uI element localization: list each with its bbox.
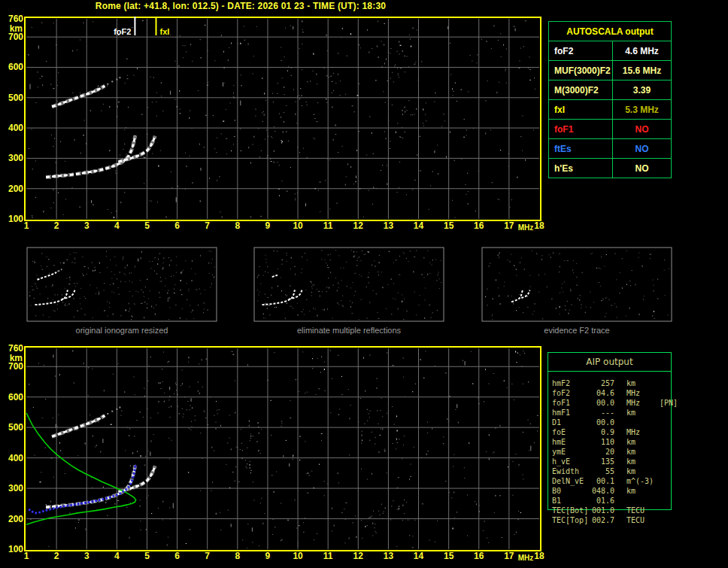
autoscala-row-label-foF1: foF1 xyxy=(549,119,612,138)
svg-text:14: 14 xyxy=(414,551,424,561)
svg-text:400: 400 xyxy=(8,123,23,133)
svg-text:18: 18 xyxy=(534,220,544,231)
svg-text:15: 15 xyxy=(444,551,454,561)
aip-row-h_vE: h_vE135km xyxy=(548,457,705,466)
svg-text:6: 6 xyxy=(174,551,180,561)
svg-text:7: 7 xyxy=(205,220,210,231)
svg-text:200: 200 xyxy=(8,184,23,194)
svg-text:4: 4 xyxy=(114,551,120,561)
svg-text:MHz: MHz xyxy=(518,223,534,232)
svg-text:500: 500 xyxy=(8,422,23,433)
svg-text:17: 17 xyxy=(504,551,514,561)
svg-text:4: 4 xyxy=(114,220,120,231)
aip-row-TEC[Top]: TEC[Top]002.7TECU xyxy=(548,515,705,525)
svg-text:10: 10 xyxy=(293,551,303,561)
aip-row-B0: B0048.0km xyxy=(548,486,705,496)
thumbnail-panel-2 xyxy=(254,248,444,321)
aip-row-foF2: foF204.6MHz xyxy=(548,388,705,398)
svg-text:300: 300 xyxy=(8,483,23,494)
svg-text:11: 11 xyxy=(323,551,333,561)
svg-text:18: 18 xyxy=(534,551,544,561)
aip-row-D1: D100.0 xyxy=(548,418,705,427)
thumbnail-panel-3 xyxy=(482,248,672,321)
autoscala-row-value-h'Es: NO xyxy=(612,158,671,178)
svg-text:16: 16 xyxy=(474,551,484,561)
svg-text:200: 200 xyxy=(8,514,23,524)
svg-text:300: 300 xyxy=(8,153,23,163)
svg-text:9: 9 xyxy=(265,220,271,231)
svg-text:760: 760 xyxy=(8,343,23,354)
svg-text:6: 6 xyxy=(174,220,180,231)
autoscala-row-value-ftEs: NO xyxy=(612,138,671,158)
aip-row-Ewidth: Ewidth55km xyxy=(548,466,705,476)
thumbnail-panel-1 xyxy=(27,248,217,321)
aip-row-foE: foE0.9MHz xyxy=(548,427,705,437)
svg-text:13: 13 xyxy=(384,220,394,231)
aip-row-hmF2: hmF2257km xyxy=(548,378,705,388)
svg-text:8: 8 xyxy=(235,551,240,561)
autoscala-output-table: AUTOSCALA output foF24.6 MHzMUF(3000)F21… xyxy=(548,21,672,178)
svg-text:14: 14 xyxy=(414,220,424,231)
svg-text:2: 2 xyxy=(54,220,59,231)
aip-row-DelN_vE: DelN_vE00.1m^(-3) xyxy=(548,476,705,486)
svg-text:100: 100 xyxy=(8,214,23,224)
svg-text:500: 500 xyxy=(8,93,23,103)
svg-text:3: 3 xyxy=(84,220,89,231)
autoscala-row-label-h'Es: h'Es xyxy=(549,158,612,178)
svg-text:11: 11 xyxy=(323,220,333,231)
aip-row-TEC[Bot]: TEC[Bot]001.0TECU xyxy=(548,506,705,515)
svg-text:600: 600 xyxy=(8,392,23,402)
svg-text:km: km xyxy=(10,23,23,34)
autoscala-row-label-ftEs: ftEs xyxy=(549,138,612,158)
autoscala-row-value-foF2: 4.6 MHz xyxy=(612,41,671,60)
autoscala-row-value-fxI: 5.3 MHz xyxy=(612,99,671,119)
aip-panel-header: AIP output xyxy=(548,353,671,372)
svg-text:km: km xyxy=(10,353,23,363)
svg-text:12: 12 xyxy=(353,551,364,561)
svg-text:16: 16 xyxy=(474,220,484,231)
svg-text:1: 1 xyxy=(24,551,29,561)
svg-text:13: 13 xyxy=(384,551,394,561)
svg-text:5: 5 xyxy=(144,220,150,231)
svg-text:8: 8 xyxy=(235,220,240,231)
autoscala-row-label-M(3000)F2: M(3000)F2 xyxy=(549,80,612,99)
svg-text:1: 1 xyxy=(24,220,29,231)
thumbnail-caption-original: original ionogram resized xyxy=(27,326,217,335)
svg-text:15: 15 xyxy=(444,220,454,231)
svg-text:10: 10 xyxy=(293,220,303,231)
bottom-profile-plot: 760700600500400300200100km12345678910111… xyxy=(8,343,544,562)
svg-text:9: 9 xyxy=(265,551,271,561)
autoscala-table-header: AUTOSCALA output xyxy=(549,22,671,41)
autoscala-row-value-MUF(3000)F2: 15.6 MHz xyxy=(612,60,671,80)
autoscala-row-value-foF1: NO xyxy=(612,119,671,138)
aip-rows: hmF2257kmfoF204.6MHzfoF100.0MHz[PN]hmF1-… xyxy=(548,378,705,525)
top-ionogram-plot: foF2fxI760700600500400300200100km1234567… xyxy=(8,14,544,232)
marker-label-fxI: fxI xyxy=(160,27,170,36)
svg-text:5: 5 xyxy=(144,551,150,561)
thumbnail-caption-evidence: evidence F2 trace xyxy=(482,326,672,335)
svg-text:3: 3 xyxy=(84,551,89,561)
svg-text:400: 400 xyxy=(8,453,23,463)
aip-row-hmF1: hmF1---km xyxy=(548,408,705,418)
svg-text:MHz: MHz xyxy=(518,554,534,562)
svg-text:760: 760 xyxy=(8,14,23,24)
aip-row-ymE: ymE20km xyxy=(548,447,705,457)
svg-text:100: 100 xyxy=(8,544,23,554)
autoscala-row-label-fxI: fxI xyxy=(549,99,612,119)
aip-row-foF1: foF100.0MHz[PN] xyxy=(548,398,705,408)
svg-text:17: 17 xyxy=(504,220,514,231)
aip-row-B1: B101.6 xyxy=(548,496,705,506)
autoscala-row-value-M(3000)F2: 3.39 xyxy=(612,80,671,99)
marker-label-foF2: foF2 xyxy=(114,27,131,36)
aip-row-hmE: hmE110km xyxy=(548,437,705,447)
svg-text:12: 12 xyxy=(353,220,364,231)
autoscala-row-label-foF2: foF2 xyxy=(549,41,612,60)
svg-text:2: 2 xyxy=(54,551,59,561)
thumbnail-caption-eliminate: eliminate multiple reflections xyxy=(254,326,444,335)
autoscala-row-label-MUF(3000)F2: MUF(3000)F2 xyxy=(549,60,612,80)
svg-text:600: 600 xyxy=(8,62,23,72)
svg-text:7: 7 xyxy=(205,551,210,561)
